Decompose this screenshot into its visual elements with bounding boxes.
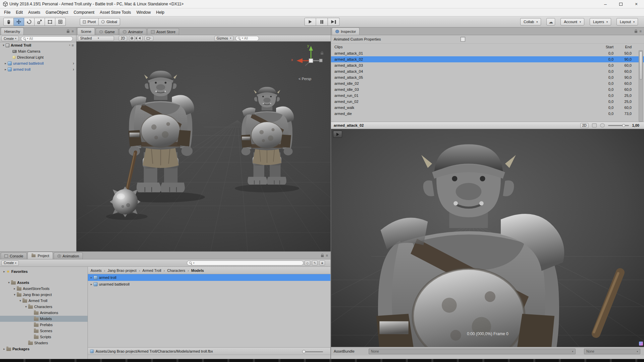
menu-gameobject[interactable]: GameObject xyxy=(43,10,71,15)
fold-arrow[interactable] xyxy=(3,62,8,65)
tab-animator[interactable]: Animator xyxy=(119,28,147,35)
scale-tool-button[interactable] xyxy=(35,18,45,26)
menu-asset-store-tools[interactable]: Asset Store Tools xyxy=(97,10,133,15)
rotate-tool-button[interactable] xyxy=(24,18,35,26)
menu-assets[interactable]: Assets xyxy=(25,10,43,15)
pivot-toggle-button[interactable]: Pivot xyxy=(80,18,99,25)
clip-row-armed-run-02[interactable]: armed_run_020,025,0 xyxy=(331,99,644,105)
tab-animation[interactable]: Animation xyxy=(54,252,83,259)
clip-row-armed-attack-02[interactable]: armed_attack_020,090,0 xyxy=(331,56,644,62)
2d-toggle[interactable]: 2D xyxy=(119,36,127,41)
windows-taskbar-sliver[interactable] xyxy=(0,359,644,362)
hierarchy-create-button[interactable]: Create xyxy=(1,36,19,41)
preview-play-button[interactable] xyxy=(333,131,342,138)
slider-thumb[interactable] xyxy=(302,350,306,353)
tree-item-assetstoretools[interactable]: AssetStoreTools xyxy=(0,286,88,292)
scene-search-input[interactable]: ▾ All xyxy=(235,36,259,41)
scene-caret-icon[interactable]: ▾ xyxy=(69,44,70,47)
hierarchy-search-input[interactable]: ▾ All xyxy=(21,36,73,41)
scrollbar-thumb[interactable] xyxy=(639,51,642,79)
clip-row-armed-run-01[interactable]: armed_run_010,025,0 xyxy=(331,93,644,99)
lock-icon[interactable] xyxy=(321,255,324,257)
fold-arrow[interactable] xyxy=(18,299,22,302)
favorite-search-button[interactable]: ★ xyxy=(319,260,325,265)
asset-bundle-dropdown[interactable]: None xyxy=(369,349,576,354)
fold-arrow[interactable] xyxy=(12,287,17,290)
menu-component[interactable]: Component xyxy=(71,10,97,15)
project-search-input[interactable]: ▾ xyxy=(187,260,304,265)
preview-speed-slider[interactable] xyxy=(608,123,629,127)
scene-menu-icon[interactable]: ≡ xyxy=(72,44,74,47)
clip-row-armed-walk[interactable]: armed_walk0,060,0 xyxy=(331,105,644,111)
breadcrumb-jang-brao[interactable]: Jang Brao project xyxy=(108,268,143,273)
account-dropdown[interactable]: Account xyxy=(560,18,584,25)
cloud-services-button[interactable]: ☁ xyxy=(546,18,555,25)
collab-dropdown[interactable]: Collab xyxy=(520,18,541,25)
preview-pivot-icon[interactable] xyxy=(592,123,597,127)
move-tool-button[interactable] xyxy=(14,18,24,26)
preview-2d-toggle[interactable]: 2D xyxy=(580,123,589,128)
layers-dropdown[interactable]: Layers xyxy=(590,18,611,25)
menu-file[interactable]: File xyxy=(1,10,13,15)
rect-tool-button[interactable] xyxy=(45,18,55,26)
close-button[interactable]: × xyxy=(629,0,644,8)
global-toggle-button[interactable]: Global xyxy=(99,18,120,25)
clip-row-armed-idle-03[interactable]: armed_idle_030,060,0 xyxy=(331,86,644,93)
fold-arrow[interactable] xyxy=(7,281,11,284)
tab-inspector[interactable]: Inspector xyxy=(332,27,360,35)
clip-row-armed-die[interactable]: armed_die0,073,0 xyxy=(331,111,644,117)
hierarchy-item-armed-troll[interactable]: armed troll xyxy=(0,66,76,72)
panel-menu-icon[interactable]: ≡ xyxy=(640,29,642,33)
hand-tool-button[interactable] xyxy=(3,18,14,26)
viewport-lock-icon[interactable] xyxy=(321,53,323,55)
search-by-label-button[interactable]: ✎ xyxy=(312,260,318,265)
fold-arrow[interactable] xyxy=(2,347,6,351)
clips-scrollbar[interactable] xyxy=(639,50,643,122)
tree-item-scenes[interactable]: Scenes xyxy=(0,328,88,334)
fold-arrow[interactable] xyxy=(2,270,6,273)
breadcrumb-models[interactable]: Models xyxy=(191,268,204,273)
preview-avatar-icon[interactable] xyxy=(639,342,643,346)
hierarchy-item-directional-light[interactable]: Directional Light xyxy=(0,54,76,60)
tab-hierarchy[interactable]: Hierarchy xyxy=(1,27,24,35)
tree-item-armed-troll[interactable]: Armed Troll xyxy=(0,298,88,304)
breadcrumb-characters[interactable]: Characters xyxy=(167,268,191,273)
scene-lighting-toggle[interactable] xyxy=(129,36,135,41)
clip-row-armed-attack-04[interactable]: armed_attack_040,060,0 xyxy=(331,68,644,74)
model-preview-viewport[interactable]: 0:00 (000,0%) Frame 0 xyxy=(331,129,644,347)
preview-header[interactable]: armed_attack_02 2D 1,00 xyxy=(331,122,644,129)
panel-menu-icon[interactable]: ≡ xyxy=(72,29,74,33)
panel-menu-icon[interactable]: ≡ xyxy=(326,254,328,257)
shading-mode-dropdown[interactable]: Shaded xyxy=(78,36,114,41)
tree-item-jang-brao-project[interactable]: Jang Brao project xyxy=(0,292,88,298)
scene-effects-dropdown[interactable]: ▾ xyxy=(145,36,153,41)
acp-checkbox[interactable] xyxy=(461,37,465,42)
menu-edit[interactable]: Edit xyxy=(13,10,25,15)
clip-row-armed-attack-03[interactable]: armed_attack_030,060,0 xyxy=(331,62,644,68)
scene-viewport[interactable]: y x < Persp xyxy=(76,42,331,251)
play-button[interactable] xyxy=(305,18,316,26)
file-row-armed-troll[interactable]: armed troll xyxy=(88,274,330,281)
icon-zoom-slider[interactable] xyxy=(302,350,323,353)
minimize-button[interactable]: – xyxy=(598,0,613,8)
fold-arrow[interactable] xyxy=(89,283,94,286)
tree-item-prefabs[interactable]: Prefabs xyxy=(0,322,88,328)
gizmos-dropdown[interactable]: Gizmos xyxy=(214,36,233,41)
project-create-button[interactable]: Create xyxy=(1,260,19,266)
hierarchy-item-unarmed-battletroll[interactable]: unarmed battletroll xyxy=(0,60,76,66)
breadcrumb-armed-troll[interactable]: Armed Troll xyxy=(143,268,167,273)
step-button[interactable] xyxy=(328,18,340,26)
breadcrumb-assets[interactable]: Assets xyxy=(91,268,108,273)
hierarchy-item-main-camera[interactable]: Main Camera xyxy=(0,48,76,54)
tab-console[interactable]: Console xyxy=(1,252,27,259)
tab-asset-store[interactable]: Asset Store xyxy=(147,28,179,35)
fold-arrow[interactable] xyxy=(1,44,6,47)
tree-item-models[interactable]: Models xyxy=(0,316,88,322)
menu-window[interactable]: Window xyxy=(134,10,154,15)
menu-help[interactable]: Help xyxy=(153,10,167,15)
tree-item-shaders[interactable]: Shaders xyxy=(0,340,88,346)
layout-dropdown[interactable]: Layout xyxy=(616,18,638,25)
transform-tool-button[interactable] xyxy=(55,18,66,26)
file-row-unarmed-battletroll[interactable]: unarmed battletroll xyxy=(88,281,330,288)
fold-arrow[interactable] xyxy=(3,68,8,71)
